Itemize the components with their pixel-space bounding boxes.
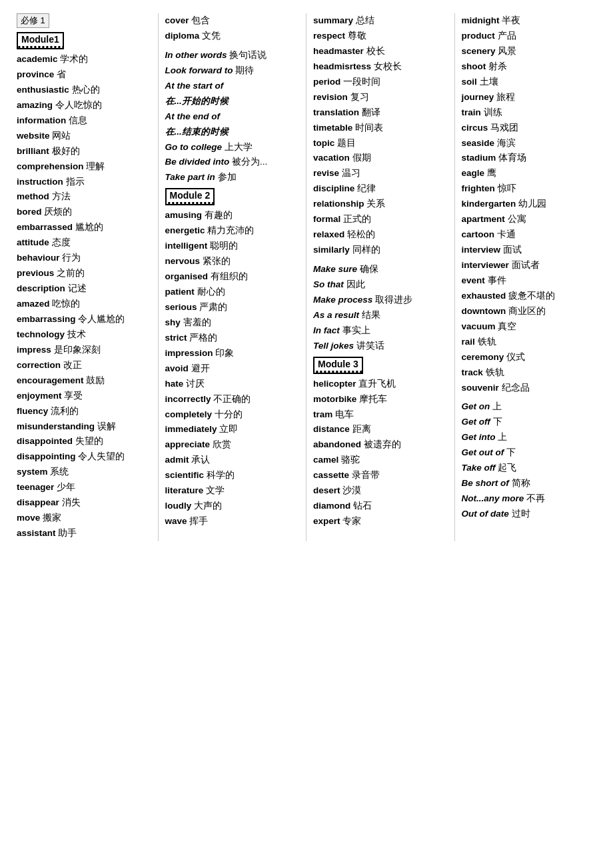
word-english: revise (313, 168, 342, 178)
word-english: amazing (17, 100, 55, 110)
word-english: organised (165, 271, 211, 281)
word-english: misunderstanding (17, 421, 97, 431)
word-chinese: 指示 (66, 177, 85, 187)
word-chinese: 十分的 (215, 409, 243, 419)
word-item: interview 面试 (462, 243, 597, 258)
word-chinese: 面试者 (512, 260, 540, 270)
word-item: camel 骆驼 (313, 453, 448, 468)
word-english: headmisrtess (313, 61, 374, 71)
word-english: appreciate (165, 439, 213, 449)
word-chinese: 省 (57, 69, 66, 79)
word-english: interviewer (462, 260, 512, 270)
word-english: downtown (462, 306, 508, 316)
phrase-english: 在...结束的时候 (165, 127, 229, 137)
word-english: cover (165, 15, 192, 25)
word-chinese: 海滨 (497, 138, 516, 148)
word-english: amazed (17, 299, 52, 309)
word-chinese: 信息 (69, 115, 87, 125)
word-chinese: 严肃的 (199, 302, 227, 312)
phrase-item: Get out of 下 (462, 445, 597, 461)
word-item: completely 十分的 (165, 407, 300, 423)
phrase-item: As a result 结果 (313, 308, 448, 323)
word-chinese: 距离 (352, 424, 371, 434)
word-chinese: 钻石 (353, 501, 372, 511)
word-item: previous 之前的 (17, 266, 151, 281)
phrase-english: Get into (462, 432, 498, 442)
word-english: behaviour (17, 253, 62, 263)
word-item: circus 马戏团 (462, 121, 597, 136)
word-chinese: 训练 (484, 107, 502, 117)
word-chinese: 网站 (52, 131, 71, 141)
word-chinese: 旅程 (496, 92, 515, 102)
word-chinese: 系统 (50, 467, 69, 477)
word-english: diploma (165, 31, 203, 41)
word-english: cartoon (462, 229, 497, 239)
word-item: relaxed 轻松的 (313, 227, 448, 243)
word-chinese: 疲惫不堪的 (508, 291, 555, 301)
phrase-item: At the start of (165, 79, 300, 94)
word-chinese: 卡通 (497, 229, 516, 239)
word-chinese: 厌烦的 (44, 207, 72, 217)
phrase-item: So that 因此 (313, 277, 448, 293)
word-chinese: 风景 (498, 46, 516, 56)
word-item: revise 温习 (313, 166, 448, 181)
word-english: ceremony (462, 352, 507, 362)
word-item: expert 专家 (313, 514, 448, 529)
phrase-item: Make process 取得进步 (313, 293, 448, 308)
word-chinese: 真空 (498, 321, 516, 331)
word-item: discipline 纪律 (313, 181, 448, 197)
word-item: strict 严格的 (165, 331, 300, 346)
word-item: hate 讨厌 (165, 377, 300, 392)
word-chinese: 方法 (52, 191, 71, 201)
word-item: teenager 少年 (17, 480, 151, 495)
phrase-chinese: 下 (506, 447, 516, 457)
word-english: comprehension (17, 161, 86, 171)
word-chinese: 文学 (206, 485, 225, 495)
word-english: seaside (462, 138, 497, 148)
word-chinese: 假期 (352, 153, 371, 163)
phrase-english: Make process (313, 295, 375, 305)
word-english: impression (165, 348, 216, 358)
word-chinese: 享受 (64, 391, 83, 401)
word-english: intelligent (165, 241, 211, 251)
word-chinese: 公寓 (508, 214, 526, 224)
phrase-english: In fact (313, 325, 342, 335)
phrase-item: Not...any more 不再 (462, 491, 597, 507)
word-chinese: 电车 (335, 409, 354, 419)
word-item: tram 电车 (313, 407, 448, 423)
word-chinese: 尴尬的 (75, 222, 103, 232)
phrase-chinese: 上大学 (225, 142, 253, 152)
word-item: journey 旅程 (462, 90, 597, 105)
phrase-chinese: 换句话说 (229, 50, 267, 60)
word-chinese: 少年 (57, 482, 75, 492)
word-item: brilliant 极好的 (17, 144, 151, 159)
word-item: similarly 同样的 (313, 243, 448, 258)
phrase-item: Get into 上 (462, 430, 597, 445)
word-item: diamond 钻石 (313, 499, 448, 514)
column-1: 必修 1Module1academic 学术的province 省enthusi… (10, 13, 159, 541)
word-english: completely (165, 409, 215, 419)
phrase-item: Make sure 确保 (313, 262, 448, 277)
phrase-item: Go to college 上大学 (165, 140, 300, 155)
word-item: eagle 鹰 (462, 166, 597, 181)
word-item: avoid 避开 (165, 361, 300, 377)
word-chinese: 马戏团 (490, 123, 518, 133)
word-item: wave 挥手 (165, 514, 300, 529)
word-english: camel (313, 455, 341, 465)
word-item: train 训练 (462, 105, 597, 121)
word-english: system (17, 467, 50, 477)
word-chinese: 土壤 (480, 77, 498, 87)
word-english: academic (17, 54, 60, 64)
word-chinese: 挥手 (189, 516, 208, 526)
phrase-english: At the start of (165, 81, 224, 91)
word-english: bored (17, 207, 44, 217)
word-english: attitude (17, 237, 52, 247)
word-item: track 铁轨 (462, 365, 597, 381)
word-chinese: 射杀 (488, 61, 507, 71)
phrase-chinese: 讲笑话 (356, 341, 384, 351)
phrase-english: Get on (462, 401, 493, 411)
word-english: enjoyment (17, 391, 64, 401)
word-chinese: 女校长 (374, 61, 402, 71)
word-chinese: 不正确的 (213, 394, 251, 404)
word-item: souvenir 纪念品 (462, 381, 597, 396)
